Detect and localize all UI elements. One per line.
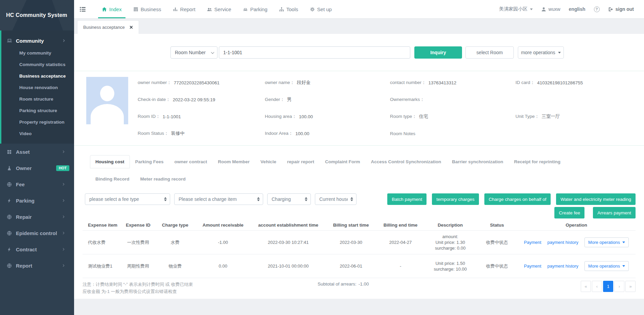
cell-status: 收费中状态	[477, 254, 517, 278]
payment-link[interactable]: Payment	[524, 264, 541, 269]
sidebar-item-contract[interactable]: Contract	[0, 241, 74, 257]
tab-housing-cost[interactable]: Housing cost	[90, 155, 130, 168]
sidebar-item-report[interactable]: Report	[0, 257, 74, 274]
language-switch[interactable]: english	[569, 6, 585, 12]
sidebar-item-parking-structure[interactable]: Parking structure	[1, 105, 74, 117]
sidebar-item-label: Epidemic control	[16, 230, 57, 236]
pagination-prev[interactable]: ‹	[592, 281, 602, 292]
inquiry-button[interactable]: Inquiry	[414, 46, 462, 59]
col-charge-type: Charge type	[156, 220, 194, 231]
tab-complaint-form[interactable]: Complaint Form	[320, 155, 366, 168]
tab-business-acceptance[interactable]: Business acceptance	[77, 20, 139, 34]
sidebar-item-business-acceptance[interactable]: Business acceptance	[1, 70, 74, 82]
sidebar-item-room-structure[interactable]: Room structure	[1, 93, 74, 105]
bolt-icon	[7, 198, 12, 203]
pagination-next[interactable]: ›	[614, 281, 624, 292]
nav-item-index[interactable]: Index	[96, 0, 128, 18]
row-more-operations-button[interactable]: More operations	[584, 261, 629, 271]
bar-chart-icon	[173, 7, 178, 12]
fee-type-select[interactable]: please select a fee type	[85, 193, 170, 205]
payment-history-link[interactable]: payment history	[547, 240, 578, 245]
create-fee-button[interactable]: Create fee	[554, 207, 584, 218]
tab-room-member[interactable]: Room Member	[212, 155, 255, 168]
sidebar-item-video[interactable]: Video	[1, 128, 74, 140]
arrears-payment-button[interactable]: Arrears payment	[593, 207, 636, 218]
sidebar-item-parking[interactable]: Parking	[0, 192, 74, 209]
sidebar-item-repair[interactable]: Repair	[0, 209, 74, 225]
tab-barrier-sync[interactable]: Barrier synchronization	[446, 155, 509, 168]
sidebar-item-label: Contract	[16, 247, 37, 252]
info-indoor-area: Indoor Area：100.00	[265, 125, 390, 142]
cell-status: 收费中状态	[477, 231, 517, 254]
cell-established: 2021-10-01 00:00:00	[252, 254, 325, 278]
sidebar-item-epidemic-control[interactable]: Epidemic control	[0, 225, 74, 241]
users-icon	[207, 7, 212, 12]
user-icon	[541, 7, 546, 12]
tab-repair-report[interactable]: repair report	[282, 155, 320, 168]
temporary-charges-button[interactable]: temporary charges	[432, 193, 479, 205]
tab-owner-contract[interactable]: owner contract	[169, 155, 213, 168]
help-icon[interactable]: ?	[594, 6, 600, 12]
select-room-button[interactable]: select Room	[465, 46, 514, 59]
row-more-operations-button[interactable]: More operations	[584, 237, 629, 247]
menu-toggle-icon[interactable]	[79, 6, 86, 13]
pagination: « ‹ 1 › »	[581, 281, 636, 292]
tab-parking-fees[interactable]: Parking Fees	[130, 155, 169, 168]
cell-bill-start: 2022-03-30	[325, 231, 377, 254]
cell-amount: 0.00	[194, 254, 252, 278]
room-search-input[interactable]	[223, 50, 406, 55]
tab-access-control-sync[interactable]: Access Control Synchronization	[365, 155, 446, 168]
sign-out-button[interactable]: sign out	[608, 6, 634, 12]
info-room-status: Room Status：装修中	[138, 125, 265, 142]
cell-bill-end: 2022-04-27	[377, 231, 423, 254]
tab-vehicle[interactable]: Vehicle	[255, 155, 282, 168]
nav-item-tools[interactable]: Tools	[273, 0, 304, 18]
sidebar-item-community-statistics[interactable]: Community statistics	[1, 59, 74, 70]
table-row: 测试物业费1 周期性费用 物业费 0.00 2021-10-01 00:00:0…	[83, 254, 636, 278]
sidebar-item-community[interactable]: Community	[1, 34, 74, 47]
charge-on-behalf-button[interactable]: Charge charges on behalf of	[484, 193, 551, 205]
info-empty	[515, 91, 636, 108]
caret-down-icon	[558, 52, 561, 54]
sidebar-group-community: Community My community Community statist…	[0, 30, 74, 144]
charge-item-select[interactable]: Please select a charge item	[174, 193, 263, 205]
tab-receipt-reprinting[interactable]: Receipt for reprinting	[509, 155, 566, 168]
nav-item-report[interactable]: Report	[167, 0, 201, 18]
cell-bill-end: -	[377, 254, 423, 278]
language-label: english	[569, 6, 585, 12]
home-icon	[102, 7, 107, 12]
sidebar-item-property-registration[interactable]: Property registration	[1, 117, 74, 128]
house-select[interactable]: Current house	[315, 193, 356, 205]
pagination-page-1[interactable]: 1	[603, 281, 613, 292]
nav-item-service[interactable]: Service	[201, 0, 237, 18]
search-field-select[interactable]: Room Number	[170, 46, 217, 59]
sidebar-item-fee[interactable]: Fee	[0, 176, 74, 192]
community-selector[interactable]: 美满家园小区	[499, 6, 533, 12]
meter-reading-button[interactable]: Water and electricity meter reading	[556, 193, 636, 205]
search-row: Room Number Inquiry select Room more ope…	[170, 34, 636, 59]
tab-binding-record[interactable]: Binding Record	[90, 172, 135, 186]
sidebar-item-asset[interactable]: Asset	[0, 144, 74, 160]
charging-select[interactable]: Charging	[267, 193, 311, 205]
nav-item-business[interactable]: Business	[128, 0, 167, 18]
info-gender: Gender：男	[265, 91, 390, 108]
pagination-first[interactable]: «	[581, 281, 591, 292]
info-owner-number: owner number：772022032285430061	[138, 74, 265, 91]
more-operations-button[interactable]: more operations	[518, 46, 564, 59]
cell-charge-type: 物业费	[156, 254, 194, 278]
info-checkin-date: Check-in date：2022-03-22 09:55:19	[138, 91, 265, 108]
payment-link[interactable]: Payment	[524, 240, 541, 245]
nav-item-parking[interactable]: Parking	[237, 0, 273, 18]
sidebar-item-my-community[interactable]: My community	[1, 47, 74, 59]
user-menu[interactable]: wuxw	[541, 6, 560, 12]
cell-operation: Payment payment history More operations	[517, 254, 636, 278]
payment-history-link[interactable]: payment history	[547, 264, 578, 269]
batch-payment-button[interactable]: Batch payment	[387, 193, 427, 205]
pagination-last[interactable]: »	[625, 281, 636, 292]
sidebar-item-owner[interactable]: Owner HOT	[0, 160, 74, 176]
sidebar-item-house-renovation[interactable]: House renovation	[1, 82, 74, 93]
tab-meter-reading-record[interactable]: Meter reading record	[135, 172, 191, 186]
close-icon[interactable]	[129, 25, 133, 29]
nav-item-set-up[interactable]: Set up	[304, 0, 338, 18]
cell-description: amount: Unit price: 1.30 surcharge: 0.00	[424, 231, 477, 254]
